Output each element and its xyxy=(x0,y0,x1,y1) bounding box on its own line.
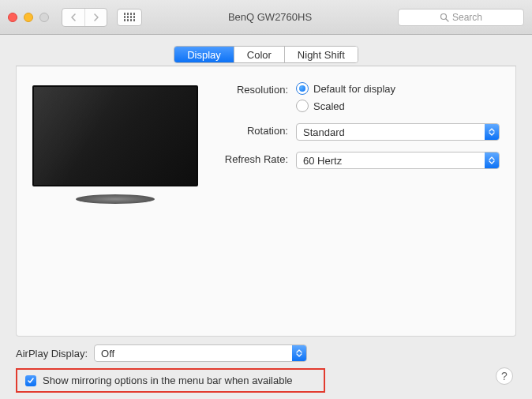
tab-color[interactable]: Color xyxy=(234,47,284,62)
chevron-right-icon xyxy=(93,13,99,21)
settings-column: Resolution: Default for display Scaled xyxy=(217,82,500,320)
monitor-screen-icon xyxy=(32,85,198,186)
rotation-label: Rotation: xyxy=(217,123,296,137)
rotation-dropdown[interactable]: Standard xyxy=(296,123,500,141)
window-title: BenQ GW2760HS xyxy=(148,11,392,23)
resolution-label: Resolution: xyxy=(217,82,296,96)
search-icon xyxy=(440,13,449,22)
maximize-button xyxy=(39,13,49,22)
refresh-row: Refresh Rate: 60 Hertz xyxy=(217,152,500,169)
mirroring-checkbox-highlight: Show mirroring options in the menu bar w… xyxy=(16,368,325,393)
chevron-left-icon xyxy=(70,13,77,21)
resolution-scaled-option[interactable]: Scaled xyxy=(296,100,500,112)
airplay-value: Off xyxy=(101,348,114,359)
minimize-button[interactable] xyxy=(24,13,33,22)
traffic-lights xyxy=(8,13,49,22)
refresh-value: 60 Hertz xyxy=(303,155,342,167)
dropdown-arrows-icon xyxy=(485,124,499,140)
search-input[interactable]: Search xyxy=(398,9,524,26)
preferences-window: BenQ GW2760HS Search Display Color Night… xyxy=(0,0,532,399)
back-button[interactable] xyxy=(62,9,84,26)
resolution-radio-group: Default for display Scaled xyxy=(296,82,500,112)
tab-night-shift[interactable]: Night Shift xyxy=(284,47,358,62)
monitor-preview xyxy=(32,85,198,204)
show-all-button[interactable] xyxy=(117,9,142,26)
svg-point-0 xyxy=(440,13,446,19)
close-button[interactable] xyxy=(8,13,17,22)
display-panel: Resolution: Default for display Scaled xyxy=(16,66,516,337)
dropdown-arrows-icon xyxy=(485,152,499,168)
content: Display Color Night Shift Resolution: De… xyxy=(0,35,532,399)
tabs: Display Color Night Shift xyxy=(16,46,516,63)
help-icon: ? xyxy=(501,370,508,382)
bottom-area: AirPlay Display: Off Show mirroring opti… xyxy=(16,337,516,393)
tab-display[interactable]: Display xyxy=(174,47,234,62)
mirroring-label: Show mirroring options in the menu bar w… xyxy=(43,375,293,386)
nav-group xyxy=(62,8,107,27)
svg-line-1 xyxy=(446,19,448,21)
radio-unchecked-icon xyxy=(296,100,309,112)
airplay-dropdown[interactable]: Off xyxy=(94,344,307,362)
titlebar: BenQ GW2760HS Search xyxy=(0,0,532,35)
monitor-stand-icon xyxy=(76,194,155,204)
search-placeholder: Search xyxy=(452,12,482,23)
grid-icon xyxy=(124,13,136,21)
check-icon xyxy=(27,377,35,385)
forward-button[interactable] xyxy=(84,9,107,26)
resolution-scaled-label: Scaled xyxy=(313,100,345,112)
mirroring-checkbox[interactable] xyxy=(25,375,36,386)
resolution-default-option[interactable]: Default for display xyxy=(296,82,500,95)
radio-checked-icon xyxy=(296,82,309,95)
resolution-default-label: Default for display xyxy=(313,83,395,95)
rotation-value: Standard xyxy=(303,126,345,138)
dropdown-arrows-icon xyxy=(292,345,306,361)
rotation-control: Standard xyxy=(296,123,500,141)
resolution-row: Resolution: Default for display Scaled xyxy=(217,82,500,112)
refresh-control: 60 Hertz xyxy=(296,152,500,169)
help-button[interactable]: ? xyxy=(496,367,513,385)
airplay-label: AirPlay Display: xyxy=(16,348,88,359)
refresh-dropdown[interactable]: 60 Hertz xyxy=(296,152,500,169)
airplay-row: AirPlay Display: Off xyxy=(16,344,516,362)
rotation-row: Rotation: Standard xyxy=(217,123,500,141)
refresh-label: Refresh Rate: xyxy=(217,152,296,165)
tab-segmented-control: Display Color Night Shift xyxy=(174,46,358,63)
